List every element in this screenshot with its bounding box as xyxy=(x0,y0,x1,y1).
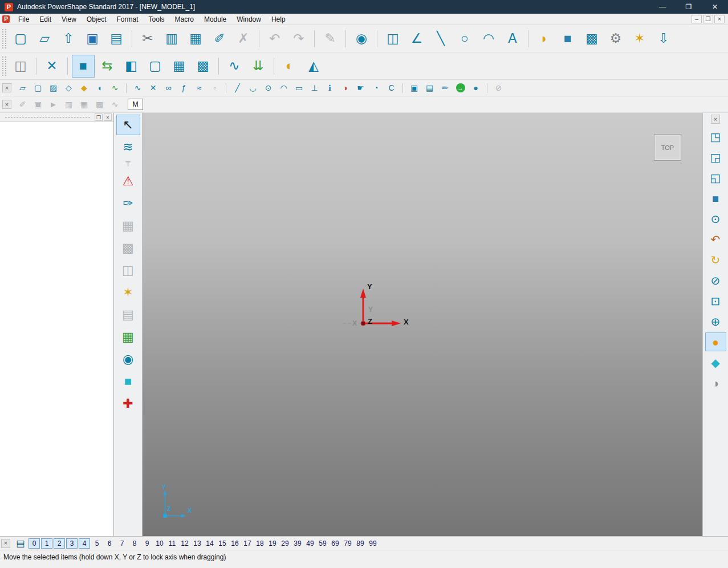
go-forward[interactable]: → xyxy=(453,82,467,95)
level-39[interactable]: 39 xyxy=(292,539,303,548)
open-model[interactable]: ▱ xyxy=(33,27,56,50)
measure-angle[interactable]: ∠ xyxy=(405,27,428,50)
command-input[interactable] xyxy=(128,99,143,110)
surface-spring[interactable]: ∿ xyxy=(108,82,122,95)
menu-macro[interactable]: Macro xyxy=(170,14,199,25)
level-copy[interactable]: ▥ xyxy=(62,98,76,111)
menu-view[interactable]: View xyxy=(56,14,82,25)
annotate-pencil[interactable]: ✏ xyxy=(438,82,452,95)
draft-analysis-cone[interactable]: ◭ xyxy=(302,55,325,78)
render-quarter[interactable]: ◔ xyxy=(369,82,383,95)
arc-three-point[interactable]: ◠ xyxy=(276,82,291,95)
edit-toolbar-close[interactable]: × xyxy=(2,100,11,109)
level-14[interactable]: 14 xyxy=(204,539,215,548)
panel-drag-grip[interactable] xyxy=(5,117,90,117)
view-iso2[interactable]: ◲ xyxy=(705,148,726,167)
cut[interactable]: ✂ xyxy=(136,27,159,50)
panel-float-button[interactable]: ❐ xyxy=(95,113,103,121)
shaded-views[interactable]: ◉ xyxy=(350,27,373,50)
view-shaded-cube[interactable]: ■ xyxy=(705,189,726,208)
point-distribution[interactable]: ⇊ xyxy=(247,55,270,78)
surface-plane[interactable]: ▱ xyxy=(15,82,30,95)
level-12[interactable]: 12 xyxy=(179,539,190,548)
arc-tangent[interactable]: ◡ xyxy=(246,82,260,95)
wireframe-globe[interactable]: ⊕ xyxy=(705,312,726,331)
toolbar-pin[interactable]: ⊤ xyxy=(116,159,140,169)
menu-format[interactable]: Format xyxy=(112,14,144,25)
import-model[interactable]: ⇧ xyxy=(57,27,80,50)
item-information[interactable]: ℹ xyxy=(323,82,337,95)
doctor-pages[interactable]: ▤ xyxy=(116,305,140,325)
menu-help[interactable]: Help xyxy=(266,14,291,25)
solid-replace[interactable]: ⇆ xyxy=(96,55,119,78)
level-1[interactable]: 1 xyxy=(41,538,52,549)
blocks-a[interactable]: ▦ xyxy=(77,98,91,111)
level-9[interactable]: 9 xyxy=(141,539,153,548)
blocks-b[interactable]: ▩ xyxy=(92,98,107,111)
maximize-button[interactable]: ❐ xyxy=(676,0,702,14)
solid-cube[interactable]: ▢ xyxy=(144,55,166,78)
multicolour-view[interactable]: ◑ xyxy=(705,374,726,392)
watertight-check[interactable]: ■ xyxy=(116,371,140,392)
solid-group[interactable]: ▦ xyxy=(168,55,190,78)
model-doctor[interactable]: ✚ xyxy=(116,393,140,414)
curve-wave[interactable]: ∿ xyxy=(131,82,145,95)
surface-drive[interactable]: ◇ xyxy=(62,82,76,95)
cursor-tool[interactable]: ► xyxy=(46,98,60,111)
level-4[interactable]: 4 xyxy=(79,538,90,549)
zoom-to-box[interactable]: ⊡ xyxy=(705,291,726,310)
format-painter-brush[interactable]: ✐ xyxy=(208,27,231,50)
level-5[interactable]: 5 xyxy=(91,539,103,548)
level-19[interactable]: 19 xyxy=(267,539,278,548)
fix-wizard[interactable]: ✶ xyxy=(116,282,140,303)
toolbar-drag-grip[interactable] xyxy=(2,29,6,48)
curve-link[interactable]: ∞ xyxy=(161,82,176,95)
copy[interactable]: ▥ xyxy=(160,27,183,50)
create-line[interactable]: ╲ xyxy=(429,27,452,50)
shaded-view[interactable]: ● xyxy=(705,332,726,351)
solid-boolean[interactable]: ◧ xyxy=(120,55,143,78)
surface-fill[interactable]: ◆ xyxy=(77,82,91,95)
menu-object[interactable]: Object xyxy=(82,14,112,25)
level-89[interactable]: 89 xyxy=(355,539,366,548)
level-10[interactable]: 10 xyxy=(154,539,165,548)
mdi-minimize-button[interactable]: – xyxy=(692,15,702,23)
workplane-problems[interactable]: ⚠ xyxy=(116,171,140,192)
circle-centre[interactable]: ⊙ xyxy=(261,82,275,95)
curve-sculpt[interactable]: ≋ xyxy=(116,137,140,157)
picture-tool[interactable]: ▣ xyxy=(31,98,45,111)
level-29[interactable]: 29 xyxy=(279,539,291,548)
toolmaker-wizard[interactable]: ✶ xyxy=(628,27,651,50)
redo[interactable]: ↷ xyxy=(287,27,310,50)
view-iso1[interactable]: ◳ xyxy=(705,127,726,146)
view-from[interactable]: ⊙ xyxy=(705,209,726,228)
levels-menu-button[interactable]: ▤ xyxy=(13,538,28,549)
curve-cross[interactable]: ✕ xyxy=(146,82,160,95)
wireframe-spring[interactable]: ∿ xyxy=(223,55,246,78)
web-sphere[interactable]: ● xyxy=(469,82,483,95)
surface-inspect[interactable]: ◫ xyxy=(116,260,140,281)
level-79[interactable]: 79 xyxy=(342,539,353,548)
menu-app-icon[interactable]: P xyxy=(2,15,10,23)
mdi-close-button[interactable]: × xyxy=(714,15,725,23)
workplane-mode[interactable]: ◫ xyxy=(9,55,32,78)
print-model[interactable]: ▤ xyxy=(105,27,128,50)
render-half-red[interactable]: ◑ xyxy=(338,82,352,95)
axis-mode[interactable]: ✕ xyxy=(40,55,63,78)
curves-toolbar-close[interactable]: × xyxy=(2,83,11,92)
level-2[interactable]: 2 xyxy=(54,538,65,549)
menu-edit[interactable]: Edit xyxy=(34,14,56,25)
new-model[interactable]: ▢ xyxy=(9,27,32,50)
level-49[interactable]: 49 xyxy=(304,539,316,548)
create-circle[interactable]: ○ xyxy=(453,27,476,50)
rectangle-tool[interactable]: ▭ xyxy=(292,82,306,95)
close-button[interactable]: ✕ xyxy=(702,0,728,14)
solid-array[interactable]: ▩ xyxy=(192,55,214,78)
mdi-restore-button[interactable]: ❐ xyxy=(703,15,713,23)
spin-off[interactable]: ⊘ xyxy=(705,271,726,290)
compare-models-a[interactable]: ▦ xyxy=(116,216,140,236)
drill-wizard[interactable]: ⇩ xyxy=(652,27,675,50)
paste[interactable]: ▦ xyxy=(184,27,207,50)
views-toolbar-close[interactable]: × xyxy=(711,115,720,124)
find-duplicates[interactable]: ◉ xyxy=(116,349,140,370)
